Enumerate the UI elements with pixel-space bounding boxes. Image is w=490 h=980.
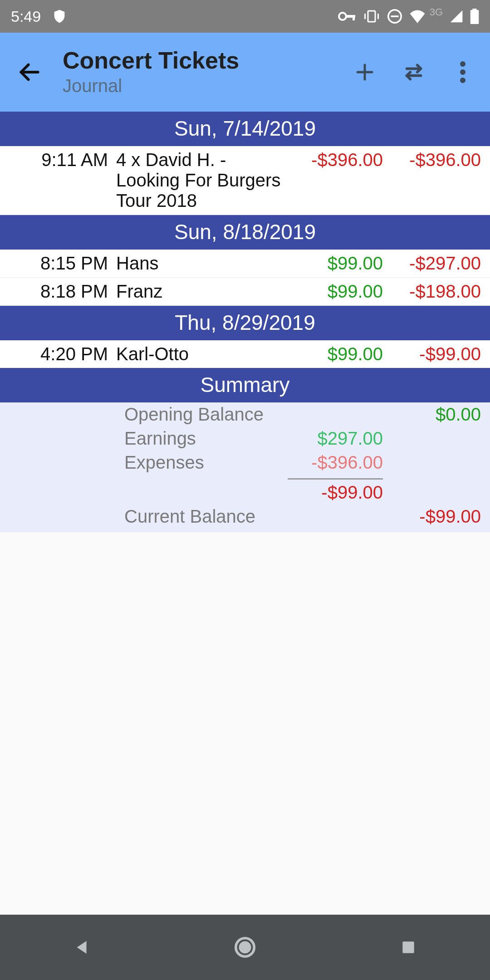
status-time: 5:49: [11, 8, 41, 25]
row-amount: $99.00: [288, 253, 383, 274]
row-balance: -$396.00: [383, 150, 483, 211]
current-balance-label: Current Balance: [124, 506, 288, 527]
square-recents-icon: [400, 939, 417, 956]
expenses-label: Expenses: [124, 452, 288, 473]
svg-point-13: [460, 61, 466, 67]
row-balance: -$198.00: [383, 281, 483, 302]
vpn-key-icon: [338, 10, 356, 22]
shield-icon: [52, 9, 67, 24]
page-subtitle: Journal: [63, 76, 351, 96]
svg-rect-8: [470, 10, 479, 24]
earnings-value: $297.00: [288, 428, 383, 449]
journal-row[interactable]: 4:20 PMKarl-Otto$99.00-$99.00: [0, 340, 490, 368]
expenses-value: -$396.00: [288, 452, 383, 473]
page-title: Concert Tickets: [63, 48, 351, 73]
overflow-menu-button[interactable]: [449, 59, 476, 86]
svg-rect-3: [368, 11, 375, 22]
row-time: 8:18 PM: [7, 281, 116, 302]
battery-icon: [470, 9, 479, 24]
status-bar: 5:49 3G: [0, 0, 490, 33]
opening-balance-label: Opening Balance: [124, 404, 288, 425]
opening-balance-value: $0.00: [383, 404, 483, 425]
journal-row[interactable]: 8:15 PMHans$99.00-$297.00: [0, 250, 490, 278]
nav-home-button[interactable]: [227, 929, 263, 965]
more-vert-icon: [460, 61, 466, 83]
row-time: 4:20 PM: [7, 344, 116, 364]
row-amount: $99.00: [288, 281, 383, 302]
date-header: Thu, 8/29/2019: [0, 306, 490, 340]
row-time: 8:15 PM: [7, 253, 116, 274]
svg-rect-18: [402, 941, 414, 953]
svg-rect-9: [472, 9, 476, 11]
row-description: Franz: [116, 281, 288, 302]
svg-point-15: [460, 78, 466, 83]
transfer-button[interactable]: [400, 59, 427, 86]
svg-rect-4: [364, 14, 366, 19]
svg-point-17: [239, 941, 251, 954]
row-description: Hans: [116, 253, 288, 274]
wifi-icon: [409, 10, 426, 23]
plus-icon: [354, 61, 376, 83]
add-button[interactable]: [351, 59, 378, 86]
circle-home-icon: [233, 935, 257, 960]
vibrate-icon: [363, 9, 381, 24]
nav-recents-button[interactable]: [390, 929, 426, 965]
svg-rect-2: [353, 15, 355, 20]
cell-signal-icon: [449, 9, 464, 24]
triangle-back-icon: [72, 938, 91, 957]
journal-row[interactable]: 8:18 PMFranz$99.00-$198.00: [0, 278, 490, 306]
row-amount: $99.00: [288, 344, 383, 364]
network-type-label: 3G: [430, 6, 443, 18]
date-header: Sun, 7/14/2019: [0, 112, 490, 146]
row-description: Karl-Otto: [116, 344, 288, 364]
summary-block: Opening Balance $0.00 Earnings $297.00 E…: [0, 402, 490, 532]
journal-list: Sun, 7/14/20199:11 AM4 x David H. - Look…: [0, 112, 490, 368]
svg-rect-5: [377, 14, 379, 19]
row-balance: -$99.00: [383, 344, 483, 364]
date-header: Sun, 8/18/2019: [0, 215, 490, 250]
do-not-disturb-icon: [387, 9, 402, 24]
summary-header: Summary: [0, 368, 490, 402]
app-bar: Concert Tickets Journal: [0, 33, 490, 112]
earnings-label: Earnings: [124, 428, 288, 449]
row-balance: -$297.00: [383, 253, 483, 274]
svg-point-0: [339, 13, 346, 20]
row-description: 4 x David H. - Looking For Burgers Tour …: [116, 150, 288, 211]
arrow-left-icon: [17, 59, 42, 85]
swap-icon: [402, 62, 426, 82]
svg-point-14: [460, 69, 466, 75]
net-value: -$99.00: [288, 478, 383, 503]
back-button[interactable]: [9, 52, 50, 93]
row-time: 9:11 AM: [7, 150, 116, 211]
row-amount: -$396.00: [288, 150, 383, 211]
journal-row[interactable]: 9:11 AM4 x David H. - Looking For Burger…: [0, 146, 490, 215]
current-balance-value: -$99.00: [383, 506, 483, 527]
nav-back-button[interactable]: [64, 929, 100, 965]
android-nav-bar: [0, 915, 490, 980]
